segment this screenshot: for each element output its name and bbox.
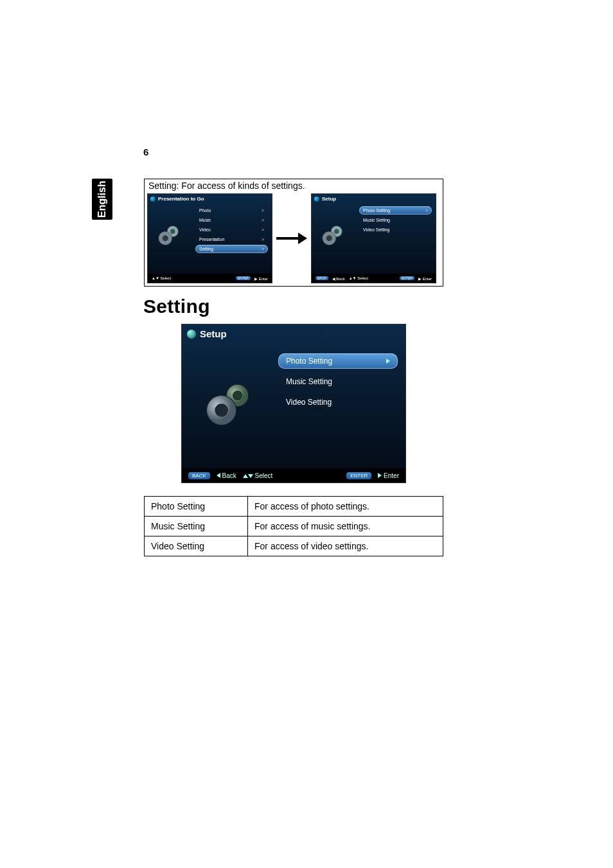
footer-hints: ▲▼ Select ENTER ▶ Enter (148, 274, 272, 283)
row-desc: For access of music settings. (248, 517, 443, 536)
setup-screen-large: Setup (181, 324, 406, 483)
settings-description-table: Photo Setting For access of photo settin… (144, 496, 443, 556)
menu-item-label: Music Setting (286, 377, 332, 386)
left-icon: ◀ (332, 277, 335, 281)
up-icon (243, 474, 248, 478)
screen-title-bar: Presentation to Go (148, 194, 272, 204)
menu-item-photo-setting[interactable]: Photo Setting > (359, 206, 432, 215)
right-icon: ▶ (254, 277, 258, 281)
chevron-right-icon: > (262, 237, 264, 242)
screen-title: Setup (322, 196, 336, 202)
svg-point-3 (163, 235, 168, 241)
menu-item-setting[interactable]: Setting > (195, 245, 268, 253)
row-name: Music Setting (145, 517, 248, 536)
chevron-right-icon: > (262, 218, 264, 222)
box-caption: Setting: For access of kinds of settings… (145, 179, 443, 192)
menu-item-label: Video (199, 227, 211, 232)
menu-list: Photo > Music > Video > Presentation > (191, 204, 272, 265)
screen-title: Setup (200, 328, 227, 339)
menu-item-label: Photo Setting (286, 357, 332, 366)
enter-hint: Enter (378, 472, 399, 479)
footer-hints: BACK Back Select ENTER Enter (182, 468, 405, 483)
select-hint: ▲▼ Select (349, 276, 368, 280)
screen-title-bar: Setup (182, 324, 405, 343)
language-tab: English (92, 179, 112, 220)
svg-point-5 (334, 229, 339, 234)
menu-item-label: Music Setting (363, 218, 390, 222)
setup-screen-small: Setup Photo Setting (311, 193, 436, 283)
updown-icon: ▲▼ (152, 276, 159, 280)
menu-item-presentation[interactable]: Presentation > (195, 235, 268, 244)
menu-item-label: Video Setting (363, 227, 390, 232)
screen-title: Presentation to Go (158, 196, 204, 202)
row-name: Photo Setting (145, 497, 248, 517)
menu-item-photo[interactable]: Photo > (195, 206, 268, 215)
back-pill: BACK (188, 472, 210, 479)
menu-item-label: Presentation (199, 237, 224, 242)
chevron-right-icon: > (262, 247, 264, 251)
svg-point-11 (215, 404, 227, 416)
globe-icon (150, 197, 155, 202)
svg-point-1 (170, 229, 175, 234)
menu-item-label: Photo (199, 208, 211, 213)
gear-orb-icon (187, 330, 196, 339)
chevron-right-icon: > (425, 208, 428, 213)
gear-icon (182, 343, 278, 463)
menu-item-music-setting[interactable]: Music Setting (278, 374, 398, 389)
chevron-right-icon: > (262, 227, 264, 232)
row-name: Video Setting (145, 536, 248, 556)
back-pill: BACK (315, 276, 328, 280)
menu-item-video-setting[interactable]: Video Setting (359, 226, 432, 234)
right-icon (378, 473, 382, 478)
enter-pill: ENTER (346, 472, 371, 479)
down-icon (248, 474, 253, 478)
table-row: Photo Setting For access of photo settin… (145, 497, 443, 517)
back-hint: Back (217, 472, 236, 479)
updown-icon: ▲▼ (349, 276, 357, 280)
row-desc: For access of video settings. (248, 536, 443, 556)
menu-item-music-setting[interactable]: Music Setting (359, 216, 432, 224)
menu-item-label: Video Setting (286, 398, 332, 407)
menu-list: Photo Setting > Music Setting Video Sett… (355, 204, 436, 265)
svg-point-9 (233, 391, 242, 400)
menu-item-photo-setting[interactable]: Photo Setting (278, 353, 398, 369)
select-hint: ▲▼ Select (152, 276, 171, 280)
footer-hints: BACK ◀ Back ▲▼ Select ENTER ▶ Enter (312, 274, 436, 283)
table-row: Music Setting For access of music settin… (145, 517, 443, 536)
gear-icon (312, 204, 355, 265)
row-desc: For access of photo settings. (248, 497, 443, 517)
table-row: Video Setting For access of video settin… (145, 536, 443, 556)
menu-list: Photo Setting Music Setting Video Settin… (278, 343, 405, 463)
setting-overview-box: Setting: For access of kinds of settings… (144, 179, 443, 287)
menu-item-music[interactable]: Music > (195, 216, 268, 224)
enter-hint: ▶ Enter (254, 276, 268, 281)
select-hint: Select (243, 472, 273, 479)
page-number: 6 (143, 146, 148, 157)
right-icon: ▶ (418, 277, 422, 281)
menu-item-video[interactable]: Video > (195, 226, 268, 234)
enter-hint: ▶ Enter (418, 276, 432, 281)
flow-arrow-icon (272, 233, 311, 244)
enter-pill: ENTER (236, 276, 251, 280)
svg-point-7 (326, 235, 332, 241)
presentation-to-go-screen: Presentation to Go Photo (147, 193, 272, 283)
screen-title-bar: Setup (312, 194, 436, 204)
menu-item-label: Music (199, 218, 211, 222)
section-heading-setting: Setting (143, 296, 210, 317)
left-icon (217, 473, 220, 478)
screens-row: Presentation to Go Photo (145, 192, 443, 286)
menu-item-label: Photo Setting (363, 208, 390, 213)
enter-pill: ENTER (400, 276, 414, 280)
menu-item-label: Setting (199, 247, 213, 251)
menu-item-video-setting[interactable]: Video Setting (278, 394, 398, 410)
gear-orb-icon (314, 197, 319, 202)
chevron-right-icon: > (262, 208, 264, 213)
setup-screen-large-wrap: Setup (181, 324, 406, 483)
back-hint: ◀ Back (332, 276, 345, 281)
chevron-right-icon (386, 359, 390, 364)
gear-icon (148, 204, 191, 265)
